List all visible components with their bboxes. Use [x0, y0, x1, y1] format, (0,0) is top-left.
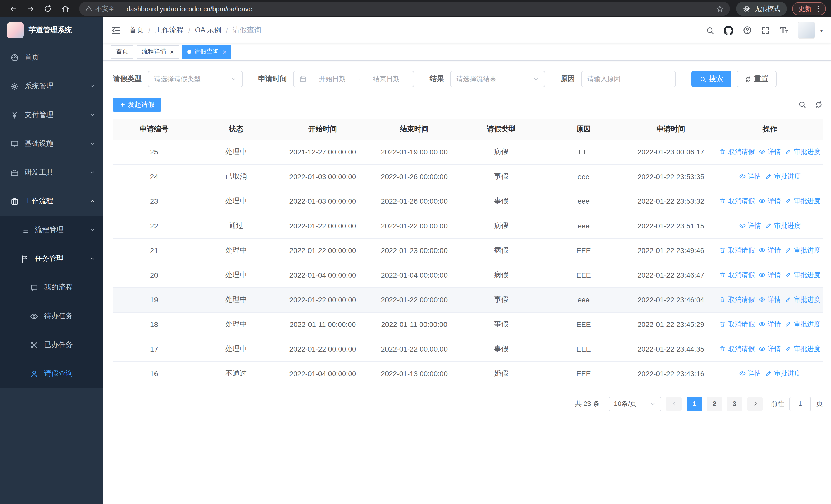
cell-status: 处理中 — [195, 140, 277, 164]
progress-link[interactable]: 审批进度 — [785, 197, 821, 206]
breadcrumb-item-0[interactable]: 首页 — [130, 26, 144, 35]
sidebar-item-process-management[interactable]: 流程管理 — [0, 215, 103, 244]
browser-menu-icon[interactable] — [814, 5, 822, 13]
progress-link[interactable]: 审批进度 — [785, 147, 821, 156]
tab-label: 流程详情 — [142, 47, 166, 56]
sidebar-item-dev-tools[interactable]: 研发工具 — [0, 158, 103, 187]
cancel-link[interactable]: 取消请假 — [719, 197, 755, 206]
create-leave-button[interactable]: 发起请假 — [113, 97, 161, 112]
progress-link[interactable]: 审批进度 — [785, 270, 821, 280]
detail-link[interactable]: 详情 — [759, 295, 781, 304]
breadcrumb-item-1[interactable]: 工作流程 — [155, 26, 184, 35]
cancel-link[interactable]: 取消请假 — [719, 345, 755, 354]
pagination-total: 共 23 条 — [575, 399, 600, 408]
detail-link[interactable]: 详情 — [759, 345, 781, 354]
tab-leave-query[interactable]: 请假查询× — [182, 45, 231, 58]
app-logo[interactable]: 芋道管理系统 — [0, 18, 103, 43]
sidebar-item-system-management[interactable]: 系统管理 — [0, 72, 103, 100]
sidebar-item-todo-tasks[interactable]: 待办任务 — [0, 302, 103, 330]
github-icon[interactable] — [724, 25, 734, 35]
page-button-3[interactable]: 3 — [727, 396, 742, 411]
detail-link[interactable]: 详情 — [759, 270, 781, 280]
search-button[interactable]: 搜索 — [691, 71, 732, 87]
toggle-search-icon[interactable] — [798, 100, 806, 109]
incognito-label: 无痕模式 — [754, 4, 780, 13]
sidebar-item-infrastructure[interactable]: 基础设施 — [0, 129, 103, 158]
sidebar-item-my-process[interactable]: 我的流程 — [0, 273, 103, 302]
progress-link[interactable]: 审批进度 — [785, 295, 821, 304]
cell-id: 22 — [113, 213, 195, 238]
detail-link[interactable]: 详情 — [739, 221, 761, 231]
browser-update-button[interactable]: 更新 — [792, 2, 826, 16]
cancel-link[interactable]: 取消请假 — [719, 246, 755, 255]
page-size-select[interactable]: 10条/页 — [609, 396, 661, 411]
progress-link[interactable]: 审批进度 — [765, 172, 801, 181]
address-bar[interactable]: 不安全 dashboard.yudao.iocoder.cn/bpm/oa/le… — [79, 2, 730, 16]
cancel-link[interactable]: 取消请假 — [719, 320, 755, 329]
cell-start: 2022-01-22 00:00:00 — [277, 288, 369, 312]
column-header-5: 原因 — [542, 119, 625, 140]
tab-home[interactable]: 首页 — [111, 45, 134, 58]
detail-link[interactable]: 详情 — [739, 172, 761, 181]
goto-page-input[interactable] — [790, 396, 811, 411]
browser-forward-button[interactable] — [23, 1, 38, 17]
prev-page-button[interactable] — [666, 396, 682, 411]
reset-button[interactable]: 重置 — [737, 71, 777, 87]
browser-back-button[interactable] — [5, 1, 21, 17]
sidebar-item-label: 首页 — [25, 53, 39, 62]
dashboard-icon — [10, 53, 19, 62]
cell-type: 病假 — [460, 140, 543, 164]
table-row: 25处理中2021-12-27 00:00:002022-01-19 00:00… — [113, 140, 823, 164]
browser-reload-button[interactable] — [40, 1, 55, 17]
browser-home-button[interactable] — [57, 1, 73, 17]
trash-icon — [719, 272, 726, 278]
help-icon[interactable] — [743, 26, 752, 35]
progress-link[interactable]: 审批进度 — [765, 369, 801, 378]
chevron-down-icon — [89, 141, 95, 147]
progress-link[interactable]: 审批进度 — [765, 221, 801, 231]
font-size-icon[interactable] — [779, 26, 789, 35]
sidebar-item-payment-management[interactable]: 支付管理 — [0, 100, 103, 129]
sidebar-item-workflow[interactable]: 工作流程 — [0, 187, 103, 215]
progress-link[interactable]: 审批进度 — [785, 320, 821, 329]
close-icon[interactable]: × — [222, 48, 226, 55]
sidebar-item-leave-query[interactable]: 请假查询 — [0, 359, 103, 388]
breadcrumb-item-2[interactable]: OA 示例 — [195, 26, 222, 35]
sidebar-item-home[interactable]: 首页 — [0, 43, 103, 72]
bookmark-star-icon[interactable] — [716, 5, 724, 12]
detail-link[interactable]: 详情 — [759, 197, 781, 206]
detail-link[interactable]: 详情 — [739, 369, 761, 378]
sidebar-toggle-icon[interactable] — [111, 25, 121, 35]
progress-link[interactable]: 审批进度 — [785, 345, 821, 354]
user-menu-caret[interactable]: ▾ — [820, 27, 823, 33]
sidebar-item-done-tasks[interactable]: 已办任务 — [0, 330, 103, 359]
cell-id: 25 — [113, 140, 195, 164]
user-avatar[interactable] — [798, 22, 815, 39]
cancel-link[interactable]: 取消请假 — [719, 270, 755, 280]
refresh-table-icon[interactable] — [814, 100, 823, 109]
security-status[interactable]: 不安全 — [85, 4, 115, 13]
sidebar-item-task-management[interactable]: 任务管理 — [0, 244, 103, 273]
home-icon — [61, 4, 69, 13]
leave-type-select[interactable]: 请选择请假类型 — [148, 71, 243, 87]
detail-link[interactable]: 详情 — [759, 246, 781, 255]
progress-link[interactable]: 审批进度 — [785, 246, 821, 255]
progress-label: 审批进度 — [794, 270, 821, 280]
header-search-icon[interactable] — [706, 26, 715, 35]
tab-process-detail[interactable]: 流程详情× — [137, 45, 179, 58]
cancel-link[interactable]: 取消请假 — [719, 295, 755, 304]
page-button-1[interactable]: 1 — [687, 396, 702, 411]
page-button-2[interactable]: 2 — [707, 396, 722, 411]
cancel-link[interactable]: 取消请假 — [719, 147, 755, 156]
reason-input[interactable]: 请输入原因 — [581, 71, 676, 87]
fullscreen-icon[interactable] — [761, 26, 770, 35]
apply-time-range-picker[interactable]: 开始日期 - 结束日期 — [293, 71, 414, 87]
cell-applied: 2022-01-23 00:06:17 — [625, 140, 717, 164]
close-icon[interactable]: × — [170, 48, 174, 55]
result-select[interactable]: 请选择流结果 — [450, 71, 545, 87]
next-page-button[interactable] — [747, 396, 763, 411]
url-text[interactable]: dashboard.yudao.iocoder.cn/bpm/oa/leave — [126, 5, 711, 12]
detail-link[interactable]: 详情 — [759, 147, 781, 156]
trash-icon — [719, 198, 726, 205]
detail-link[interactable]: 详情 — [759, 320, 781, 329]
